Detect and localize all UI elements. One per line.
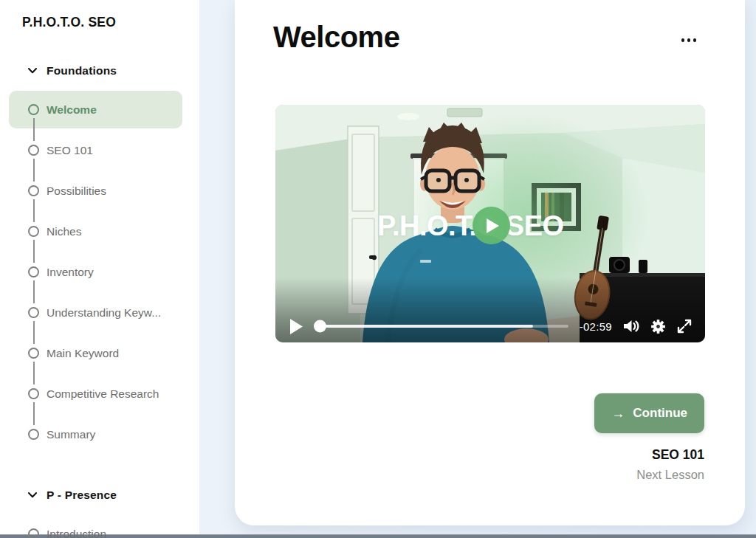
section-label: Foundations — [47, 64, 117, 77]
volume-icon — [623, 319, 639, 334]
sidebar-item-label: Possibilities — [47, 184, 106, 198]
section-header-foundations[interactable]: Foundations — [0, 64, 199, 77]
section-header-p-presence[interactable]: P - Presence — [0, 489, 199, 502]
timeline-connector — [33, 118, 35, 141]
sidebar-item-competitive-research[interactable]: Competitive Research — [0, 373, 199, 414]
next-lesson-subtitle: Next Lesson — [636, 468, 704, 482]
lesson-status-circle-icon — [28, 226, 39, 237]
lesson-status-circle-icon — [28, 307, 39, 318]
progress-buffered — [317, 325, 533, 328]
chevron-down-icon — [28, 68, 37, 74]
sidebar-section: Foundations Welcome SEO 101 Possibilitie… — [0, 64, 199, 455]
lesson-status-circle-icon — [28, 266, 39, 277]
gear-icon — [650, 319, 666, 334]
play-icon — [487, 218, 499, 233]
timeline-connector — [33, 362, 35, 384]
ceiling-light — [397, 113, 419, 120]
progress-bar[interactable] — [314, 317, 568, 336]
timeline-connector — [33, 402, 35, 425]
lesson-status-circle-icon — [28, 185, 39, 196]
page-title: Welcome — [273, 21, 399, 54]
section-items: Welcome SEO 101 Possibilities Niches Inv… — [0, 89, 199, 455]
play-icon — [290, 319, 303, 334]
timeline-connector — [33, 159, 35, 182]
sidebar-item-possibilities[interactable]: Possibilities — [0, 170, 199, 211]
sidebar-item-welcome[interactable]: Welcome — [0, 89, 199, 130]
sidebar-section: P - Presence Introduction — [0, 489, 199, 538]
play-button[interactable] — [290, 319, 303, 334]
lesson-status-circle-icon — [28, 145, 39, 156]
video-controls: -02:59 — [290, 317, 692, 336]
course-title: P.H.O.T.O. SEO — [22, 15, 199, 30]
next-lesson-title: SEO 101 — [636, 447, 704, 463]
sidebar-item-seo-101[interactable]: SEO 101 — [0, 130, 199, 170]
chevron-down-icon — [28, 492, 37, 498]
sidebar-item-summary[interactable]: Summary — [0, 414, 199, 455]
settings-button[interactable] — [650, 319, 666, 334]
sidebar-item-label: Competitive Research — [47, 387, 159, 401]
lesson-status-circle-icon — [28, 388, 39, 399]
timeline-connector — [33, 240, 35, 263]
more-options-button[interactable] — [678, 34, 700, 46]
sidebar-item-label: Main Keyword — [47, 347, 119, 360]
timeline-connector — [33, 199, 35, 222]
next-lesson-block: SEO 101 Next Lesson — [636, 447, 704, 482]
sidebar-item-label: Introduction — [47, 528, 106, 538]
timeline-connector — [33, 280, 35, 303]
playhead-dot[interactable] — [314, 320, 326, 333]
video-play-button[interactable] — [472, 207, 510, 244]
sidebar-item-label: SEO 101 — [47, 144, 93, 157]
fullscreen-icon — [677, 319, 692, 334]
lesson-status-circle-icon — [28, 528, 39, 538]
sidebar-item-label: Welcome — [47, 103, 97, 117]
section-label: P - Presence — [47, 489, 117, 502]
sidebar-item-niches[interactable]: Niches — [0, 211, 199, 252]
app-window: P.H.O.T.O. SEO Foundations Welcome SEO 1… — [0, 0, 756, 538]
sidebar-item-inventory[interactable]: Inventory — [0, 252, 199, 292]
time-remaining: -02:59 — [580, 320, 612, 333]
course-sidebar: P.H.O.T.O. SEO Foundations Welcome SEO 1… — [0, 0, 199, 535]
sidebar-item-label: Niches — [47, 225, 81, 238]
ellipsis-icon — [681, 38, 697, 42]
sidebar-item-understanding-keyw[interactable]: Understanding Keyw... — [0, 292, 199, 333]
lesson-status-circle-icon — [28, 348, 39, 359]
continue-label: Continue — [633, 406, 687, 421]
fullscreen-button[interactable] — [677, 319, 692, 334]
lesson-card: Welcome — [235, 0, 745, 525]
arrow-right-icon: → — [611, 407, 625, 420]
lesson-status-circle-icon — [28, 104, 39, 115]
sidebar-item-main-keyword[interactable]: Main Keyword — [0, 333, 199, 373]
timeline-connector — [33, 321, 35, 344]
video-player[interactable]: P.H.O.T.O SEO -02:59 — [275, 105, 705, 342]
video-title-overlay: P.H.O.T.O SEO — [377, 210, 564, 242]
bottom-divider — [0, 534, 756, 538]
sidebar-item-label: Inventory — [47, 266, 94, 279]
ceiling-vent — [447, 108, 482, 117]
lesson-status-circle-icon — [28, 429, 39, 440]
continue-button[interactable]: → Continue — [594, 393, 704, 433]
sidebar-item-label: Understanding Keyw... — [47, 306, 161, 320]
sidebar-item-label: Summary — [47, 428, 95, 441]
volume-button[interactable] — [623, 319, 639, 334]
sidebar-sections: Foundations Welcome SEO 101 Possibilitie… — [0, 64, 199, 538]
